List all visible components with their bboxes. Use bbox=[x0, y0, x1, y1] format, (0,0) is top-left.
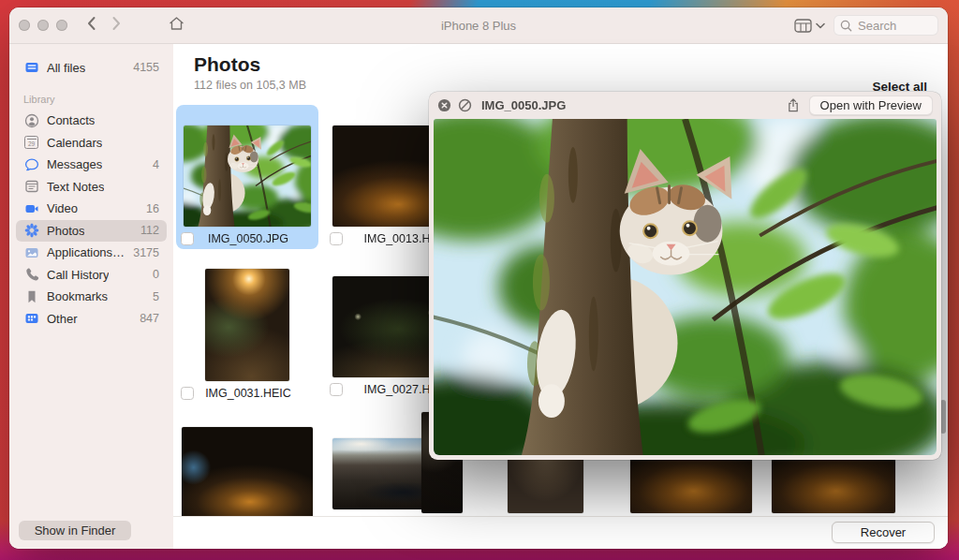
file-checkbox[interactable] bbox=[330, 232, 343, 245]
footer-bar: Recover bbox=[173, 516, 948, 549]
traffic-lights bbox=[19, 20, 67, 31]
file-tile-img-0031[interactable]: IMG_0031.HEIC bbox=[176, 265, 318, 409]
sidebar-item-label: Calendars bbox=[47, 136, 102, 150]
preview-titlebar: IMG_0050.JPG Open with Preview bbox=[429, 92, 941, 119]
sidebar-item-applications[interactable]: Applications… 3175 bbox=[16, 242, 167, 264]
forward-chevron-icon[interactable] bbox=[111, 16, 122, 35]
file-name: IMG_0050.JPG bbox=[194, 232, 302, 245]
preview-titlebar-right: Open with Preview bbox=[787, 96, 933, 115]
close-window-button[interactable] bbox=[19, 20, 30, 31]
sidebar-item-count: 5 bbox=[153, 290, 159, 303]
calendar-day: 29 bbox=[28, 140, 35, 148]
search-input[interactable] bbox=[856, 18, 932, 34]
back-chevron-icon[interactable] bbox=[86, 16, 96, 35]
calendar-icon: 29 bbox=[23, 135, 39, 150]
sidebar-item-label: All files bbox=[47, 61, 85, 75]
minimize-window-button[interactable] bbox=[37, 20, 49, 31]
messages-icon bbox=[23, 157, 39, 172]
sidebar-item-label: Bookmarks bbox=[47, 289, 108, 303]
file-checkbox[interactable] bbox=[181, 387, 194, 400]
file-checkbox[interactable] bbox=[181, 232, 194, 245]
preview-photo bbox=[434, 119, 937, 455]
sidebar-item-count: 16 bbox=[146, 202, 159, 215]
photo-thumbnail bbox=[205, 269, 289, 381]
show-in-finder-button[interactable]: Show in Finder bbox=[19, 521, 131, 540]
sidebar-item-text-notes[interactable]: Text Notes bbox=[16, 176, 167, 199]
bookmark-icon bbox=[23, 289, 39, 304]
video-icon bbox=[23, 201, 39, 216]
contacts-icon bbox=[23, 113, 39, 128]
sidebar-item-count: 112 bbox=[140, 224, 159, 237]
sidebar-item-all-files[interactable]: All files 4155 bbox=[16, 55, 167, 80]
sidebar-item-count: 3175 bbox=[133, 246, 159, 259]
slash-circle-icon[interactable] bbox=[458, 98, 472, 112]
applications-icon bbox=[23, 245, 39, 260]
sidebar-item-count: 0 bbox=[153, 268, 159, 281]
toolbar-right bbox=[794, 15, 938, 36]
file-tile-img-0050[interactable]: IMG_0050.JPG bbox=[176, 105, 318, 249]
file-name: IMG_0031.HEIC bbox=[194, 387, 302, 400]
photo-thumbnail bbox=[184, 125, 311, 227]
toolbar: iPhone 8 Plus bbox=[9, 7, 948, 44]
view-options-icon bbox=[794, 19, 812, 33]
sidebar-item-count: 4155 bbox=[133, 61, 159, 74]
file-checkbox[interactable] bbox=[330, 383, 343, 396]
preview-window: IMG_0050.JPG Open with Preview bbox=[429, 92, 941, 460]
phone-icon bbox=[23, 267, 39, 282]
share-icon[interactable] bbox=[787, 97, 800, 113]
chevron-down-icon bbox=[816, 22, 825, 29]
search-field[interactable] bbox=[834, 15, 938, 36]
search-icon bbox=[840, 20, 852, 32]
sidebar-item-messages[interactable]: Messages 4 bbox=[16, 154, 167, 176]
view-options-button[interactable] bbox=[794, 19, 825, 33]
sidebar-section-label: Library bbox=[23, 94, 159, 105]
preview-file-title: IMG_0050.JPG bbox=[481, 98, 566, 112]
home-icon[interactable] bbox=[169, 16, 184, 35]
sidebar-item-count: 4 bbox=[153, 158, 159, 171]
photo-thumbnail bbox=[182, 427, 313, 528]
sidebar-item-video[interactable]: Video 16 bbox=[16, 198, 167, 220]
sidebar-item-other[interactable]: Other 847 bbox=[16, 308, 167, 331]
page-subtitle: 112 files on 105,3 MB bbox=[194, 79, 306, 92]
sidebar: All files 4155 Library Contacts 29 Calen… bbox=[9, 43, 173, 549]
sidebar-item-label: Video bbox=[47, 201, 78, 215]
zoom-window-button[interactable] bbox=[56, 20, 67, 31]
sidebar-item-photos[interactable]: Photos 112 bbox=[16, 220, 167, 243]
sidebar-item-bookmarks[interactable]: Bookmarks 5 bbox=[16, 286, 167, 308]
other-icon bbox=[23, 311, 39, 326]
sidebar-item-label: Contacts bbox=[47, 113, 95, 127]
sidebar-item-label: Other bbox=[47, 312, 78, 326]
sidebar-item-count: 847 bbox=[140, 312, 159, 325]
sidebar-item-call-history[interactable]: Call History 0 bbox=[16, 264, 167, 287]
page-title: Photos bbox=[194, 53, 260, 76]
close-circle-icon[interactable] bbox=[437, 98, 451, 112]
recover-button[interactable]: Recover bbox=[832, 522, 935, 543]
sidebar-item-calendars[interactable]: 29 Calendars bbox=[16, 132, 167, 155]
sidebar-item-contacts[interactable]: Contacts bbox=[16, 110, 167, 132]
sidebar-item-label: Applications… bbox=[47, 245, 125, 259]
notes-icon bbox=[23, 179, 39, 194]
files-icon bbox=[23, 60, 39, 75]
sidebar-item-label: Messages bbox=[47, 157, 102, 171]
sidebar-item-label: Call History bbox=[47, 268, 109, 282]
sidebar-item-label: Photos bbox=[47, 224, 84, 238]
open-with-preview-button[interactable]: Open with Preview bbox=[809, 96, 933, 115]
photos-icon bbox=[23, 223, 39, 238]
nav-buttons bbox=[86, 16, 184, 35]
sidebar-item-label: Text Notes bbox=[47, 180, 104, 194]
